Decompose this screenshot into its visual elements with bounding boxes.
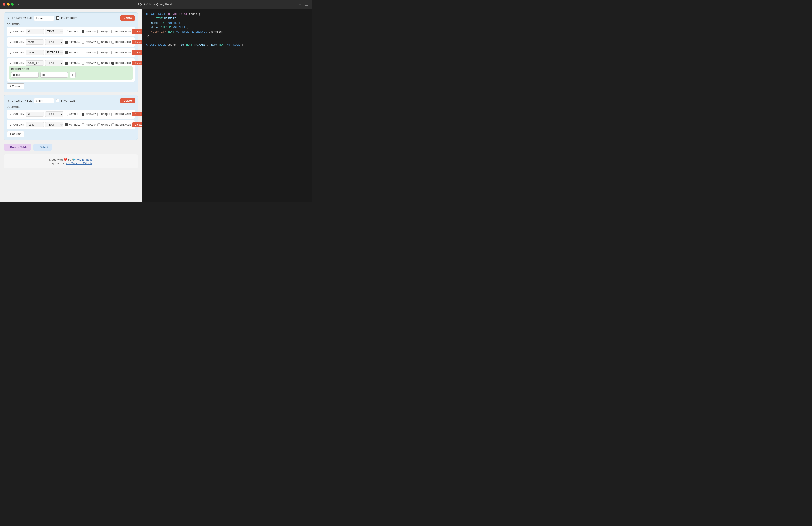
t2col2-unique[interactable]: UNIQUE bbox=[97, 123, 110, 126]
table1-delete-btn[interactable]: Delete bbox=[120, 15, 135, 21]
col4-unique[interactable]: UNIQUE bbox=[97, 62, 110, 64]
t2col1-references[interactable]: REFERENCES bbox=[112, 113, 131, 116]
col2-name-input[interactable] bbox=[26, 40, 44, 45]
col3-unique[interactable]: UNIQUE bbox=[97, 51, 110, 54]
t2col1-unique[interactable]: UNIQUE bbox=[97, 113, 110, 116]
col1-name-input[interactable] bbox=[26, 29, 44, 34]
maximize-button[interactable] bbox=[11, 3, 14, 6]
t2col1-primary[interactable]: PRIMARY bbox=[82, 113, 96, 116]
t2col2-references-checkbox[interactable] bbox=[112, 123, 114, 126]
col3-type-select[interactable]: TEXT INTEGER bbox=[45, 50, 63, 55]
col2-not-null[interactable]: NOT NULL bbox=[65, 41, 81, 44]
nav-back-button[interactable]: ‹ bbox=[17, 2, 20, 7]
t2col1-name-input[interactable] bbox=[26, 112, 44, 117]
col4-references[interactable]: REFERENCES bbox=[112, 62, 131, 64]
col4-references-checkbox[interactable] bbox=[112, 62, 114, 64]
t2col1-not-null-checkbox[interactable] bbox=[65, 113, 68, 116]
t2col1-delete-btn[interactable]: Delete bbox=[132, 112, 142, 116]
col3-not-null[interactable]: NOT NULL bbox=[65, 51, 81, 54]
col1-delete-btn[interactable]: Delete bbox=[132, 29, 142, 34]
col3-primary[interactable]: PRIMARY bbox=[82, 51, 96, 54]
col1-references[interactable]: REFERENCES bbox=[112, 30, 131, 33]
table2-add-column-btn[interactable]: + Column bbox=[6, 131, 25, 137]
col4-unique-checkbox[interactable] bbox=[97, 62, 100, 64]
col2-primary[interactable]: PRIMARY bbox=[82, 41, 96, 44]
t2col2-type-select[interactable]: TEXT INTEGER bbox=[45, 122, 63, 127]
col4-type-select[interactable]: TEXT INTEGER bbox=[45, 60, 63, 66]
table1-collapse-btn[interactable]: ∨ bbox=[6, 16, 10, 20]
table2-if-not-exist[interactable]: IF NOT EXIST bbox=[56, 99, 77, 102]
col4-delete-btn[interactable]: Delete bbox=[132, 61, 142, 65]
col3-references-checkbox[interactable] bbox=[112, 51, 114, 54]
titlebar: ‹ › SQLite Visual Query Builder + ☰ bbox=[0, 0, 312, 9]
col2-references-checkbox[interactable] bbox=[112, 41, 114, 44]
col2-unique-checkbox[interactable] bbox=[97, 41, 100, 44]
t2col2-not-null[interactable]: NOT NULL bbox=[65, 123, 81, 126]
col4-not-null[interactable]: NOT NULL bbox=[65, 62, 81, 64]
table2-if-not-exist-checkbox[interactable] bbox=[56, 99, 59, 102]
col2-primary-checkbox[interactable] bbox=[82, 41, 85, 44]
col4-collapse-btn[interactable]: ∨ bbox=[9, 61, 12, 65]
col3-delete-btn[interactable]: Delete bbox=[132, 50, 142, 55]
t2col1-type-select[interactable]: TEXT INTEGER bbox=[45, 112, 63, 117]
col1-not-null-checkbox[interactable] bbox=[65, 30, 68, 33]
table2-name-input[interactable] bbox=[34, 98, 54, 103]
col1-unique-checkbox[interactable] bbox=[97, 30, 100, 33]
t2col1-primary-checkbox[interactable] bbox=[82, 113, 85, 116]
ref-add-btn[interactable]: + bbox=[70, 72, 76, 78]
col1-primary[interactable]: PRIMARY bbox=[82, 30, 96, 33]
t2col2-collapse-btn[interactable]: ∨ bbox=[9, 122, 12, 127]
t2col2-unique-checkbox[interactable] bbox=[97, 123, 100, 126]
t2col1-collapse-btn[interactable]: ∨ bbox=[9, 112, 12, 116]
t2col2-primary-checkbox[interactable] bbox=[82, 123, 85, 126]
col1-primary-checkbox[interactable] bbox=[82, 30, 85, 33]
col3-not-null-checkbox[interactable] bbox=[65, 51, 68, 54]
col1-references-checkbox[interactable] bbox=[112, 30, 114, 33]
t2col2-primary[interactable]: PRIMARY bbox=[82, 123, 96, 126]
nav-forward-button[interactable]: › bbox=[21, 2, 24, 7]
table2-collapse-btn[interactable]: ∨ bbox=[6, 98, 10, 103]
col2-type-select[interactable]: TEXT INTEGER bbox=[45, 39, 63, 45]
col2-not-null-checkbox[interactable] bbox=[65, 41, 68, 44]
github-link[interactable]: </> Code on Github bbox=[66, 161, 91, 165]
table1-columns-label: COLUMNS bbox=[6, 23, 135, 26]
col4-name-input[interactable] bbox=[26, 60, 44, 65]
t2col2-not-null-checkbox[interactable] bbox=[65, 123, 68, 126]
col3-name-input[interactable] bbox=[26, 50, 44, 55]
menu-button[interactable]: ☰ bbox=[304, 1, 309, 7]
t2col2-name-input[interactable] bbox=[26, 122, 44, 127]
col3-collapse-btn[interactable]: ∨ bbox=[9, 50, 12, 55]
table1-if-not-exist-checkbox[interactable] bbox=[56, 16, 59, 20]
ref-column-input[interactable] bbox=[40, 72, 68, 78]
col3-primary-checkbox[interactable] bbox=[82, 51, 85, 54]
t2col2-references[interactable]: REFERENCES bbox=[112, 123, 131, 126]
col4-primary[interactable]: PRIMARY bbox=[82, 62, 96, 64]
t2col1-references-checkbox[interactable] bbox=[112, 113, 114, 116]
t2col1-unique-checkbox[interactable] bbox=[97, 113, 100, 116]
col4-primary-checkbox[interactable] bbox=[82, 62, 85, 64]
col4-not-null-checkbox[interactable] bbox=[65, 62, 68, 64]
new-tab-button[interactable]: + bbox=[298, 1, 302, 7]
table1-name-input[interactable] bbox=[34, 16, 54, 21]
col2-delete-btn[interactable]: Delete bbox=[132, 40, 142, 44]
col2-unique[interactable]: UNIQUE bbox=[97, 41, 110, 44]
table2-delete-btn[interactable]: Delete bbox=[120, 98, 135, 103]
col1-not-null[interactable]: NOT NULL bbox=[65, 30, 81, 33]
col3-references[interactable]: REFERENCES bbox=[112, 51, 131, 54]
select-btn[interactable]: + Select bbox=[33, 144, 52, 151]
col1-type-select[interactable]: TEXT INTEGER REAL BLOB bbox=[45, 29, 63, 34]
col3-unique-checkbox[interactable] bbox=[97, 51, 100, 54]
col2-references[interactable]: REFERENCES bbox=[112, 41, 131, 44]
t2col1-not-null[interactable]: NOT NULL bbox=[65, 113, 81, 116]
close-button[interactable] bbox=[3, 3, 5, 6]
minimize-button[interactable] bbox=[7, 3, 10, 6]
col1-collapse-btn[interactable]: ∨ bbox=[9, 29, 12, 34]
ref-table-input[interactable] bbox=[11, 72, 39, 78]
col2-collapse-btn[interactable]: ∨ bbox=[9, 40, 12, 44]
twitter-link[interactable]: 🐦 @Etienne.js bbox=[72, 158, 92, 161]
table1-add-column-btn[interactable]: + Column bbox=[6, 83, 25, 89]
table1-if-not-exist[interactable]: IF NOT EXIST bbox=[56, 16, 77, 20]
t2col2-delete-btn[interactable]: Delete bbox=[132, 122, 142, 127]
create-table-btn[interactable]: + Create Table bbox=[4, 144, 31, 151]
col1-unique[interactable]: UNIQUE bbox=[97, 30, 110, 33]
